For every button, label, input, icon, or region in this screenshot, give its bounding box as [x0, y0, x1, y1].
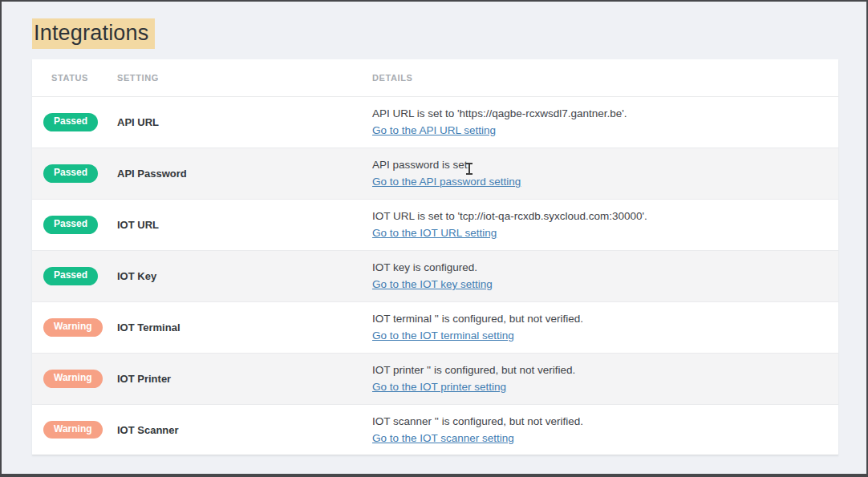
- setting-name: API URL: [117, 116, 372, 128]
- status-badge: Warning: [43, 318, 103, 336]
- status-badge: Passed: [43, 267, 98, 285]
- go-to-setting-link[interactable]: Go to the IOT URL setting: [372, 227, 497, 239]
- status-badge: Passed: [43, 113, 98, 131]
- setting-name: IOT Terminal: [117, 321, 372, 333]
- table-row-iot-scanner: Warning IOT Scanner IOT scanner '' is co…: [32, 404, 838, 455]
- go-to-setting-link[interactable]: Go to the IOT key setting: [372, 278, 493, 290]
- go-to-setting-link[interactable]: Go to the IOT scanner setting: [372, 432, 514, 444]
- status-badge: Warning: [43, 370, 103, 387]
- detail-text: API URL is set to 'https://qagbe-rcxwsdl…: [372, 106, 838, 122]
- go-to-setting-link[interactable]: Go to the API password setting: [372, 176, 521, 188]
- text-cursor-icon: [465, 163, 473, 176]
- integrations-table: STATUS SETTING DETAILS Passed API URL AP…: [32, 59, 838, 455]
- column-header-setting: SETTING: [117, 73, 372, 83]
- setting-name: IOT Printer: [117, 373, 372, 385]
- table-row-api-url: Passed API URL API URL is set to 'https:…: [32, 96, 838, 148]
- status-badge: Warning: [43, 421, 103, 439]
- app-window: Integrations STATUS SETTING DETAILS Pass…: [0, 0, 868, 477]
- table-row-iot-url: Passed IOT URL IOT URL is set to 'tcp://…: [32, 199, 838, 250]
- table-row-iot-printer: Warning IOT Printer IOT printer '' is co…: [32, 353, 838, 404]
- setting-name: IOT Key: [117, 270, 372, 282]
- column-header-details: DETAILS: [372, 70, 838, 86]
- detail-text: IOT printer '' is configured, but not ve…: [372, 362, 838, 378]
- go-to-setting-link[interactable]: Go to the IOT terminal setting: [372, 329, 514, 342]
- detail-text: IOT URL is set to 'tcp://iot-qa-rcxdb.sy…: [372, 208, 838, 224]
- table-header-row: STATUS SETTING DETAILS: [32, 59, 838, 96]
- table-row-api-password: Passed API Password API password is set.…: [32, 148, 838, 199]
- setting-name: API Password: [117, 168, 372, 180]
- table-row-iot-terminal: Warning IOT Terminal IOT terminal '' is …: [32, 301, 838, 353]
- go-to-setting-link[interactable]: Go to the IOT printer setting: [372, 381, 506, 393]
- status-badge: Passed: [43, 216, 98, 233]
- go-to-setting-link[interactable]: Go to the API URL setting: [372, 124, 496, 136]
- status-badge: Passed: [43, 164, 98, 182]
- detail-text: IOT terminal '' is configured, but not v…: [372, 311, 838, 327]
- page-title-highlight: Integrations: [32, 18, 155, 49]
- detail-text: IOT scanner '' is configured, but not ve…: [372, 414, 838, 430]
- page-title: Integrations: [32, 21, 155, 46]
- detail-text: API password is set.: [372, 157, 838, 173]
- column-header-status: STATUS: [43, 73, 117, 83]
- setting-name: IOT Scanner: [117, 424, 372, 436]
- setting-name: IOT URL: [117, 219, 372, 231]
- detail-text: IOT key is configured.: [372, 260, 838, 276]
- table-row-iot-key: Passed IOT Key IOT key is configured. Go…: [32, 250, 838, 301]
